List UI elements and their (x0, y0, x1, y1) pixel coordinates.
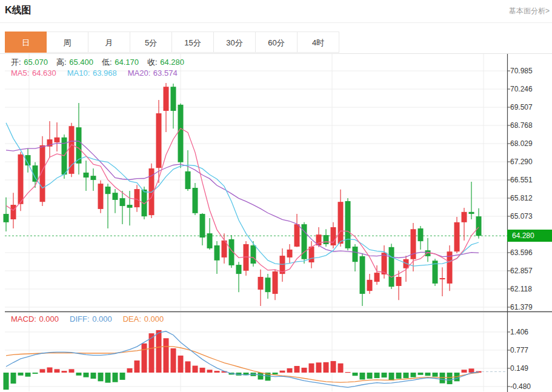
ohlc-open: 开: 65.070 (11, 57, 48, 68)
grid-layer (5, 54, 507, 391)
svg-text:70.246: 70.246 (510, 85, 533, 93)
dea-value: DEA: 0.000 (123, 314, 164, 324)
candles-layer (4, 83, 482, 306)
svg-text:-0.480: -0.480 (510, 382, 531, 391)
svg-text:1.406: 1.406 (510, 328, 528, 336)
svg-text:0.149: 0.149 (510, 364, 528, 373)
kline-page: { "page": { "title": "K线图", "link": "基本面… (0, 0, 552, 392)
ma5-value: MA5: 64.630 (11, 68, 56, 78)
macd-value: MACD: 0.000 (11, 314, 59, 324)
diff-value: DIFF: 0.000 (70, 314, 112, 324)
macd-legend: MACD: 0.000DIFF: 0.000DEA: 0.000 (11, 314, 164, 324)
svg-text:62.118: 62.118 (510, 285, 532, 293)
ohlc-low: 低: 64.170 (102, 57, 139, 68)
current-price-badge: 64.280 (507, 230, 552, 242)
ma-legend: MA5: 64.630MA10: 63.968MA20: 63.574 (11, 68, 178, 78)
ohlc-legend: 开: 65.070高: 65.400低: 64.170收: 64.280 (11, 57, 184, 68)
svg-text:69.507: 69.507 (510, 103, 533, 111)
svg-text:0.777: 0.777 (510, 346, 528, 354)
svg-text:70.985: 70.985 (510, 67, 533, 75)
svg-text:61.379: 61.379 (510, 303, 533, 311)
svg-text:68.768: 68.768 (510, 121, 533, 130)
svg-text:68.029: 68.029 (510, 139, 533, 148)
ma10-value: MA10: 63.968 (67, 68, 117, 78)
ohlc-high: 高: 65.400 (56, 57, 93, 68)
svg-text:62.857: 62.857 (510, 267, 533, 275)
svg-text:63.596: 63.596 (510, 248, 533, 257)
svg-text:65.073: 65.073 (510, 212, 533, 221)
svg-text:65.812: 65.812 (510, 194, 533, 202)
ma20-value: MA20: 63.574 (128, 68, 178, 78)
ohlc-close: 收: 64.280 (147, 57, 184, 68)
svg-text:66.551: 66.551 (510, 176, 533, 184)
axis-layer: 70.98570.24669.50768.76868.02967.29066.5… (5, 54, 552, 392)
macd-layer (4, 330, 508, 390)
svg-text:67.290: 67.290 (510, 158, 533, 166)
